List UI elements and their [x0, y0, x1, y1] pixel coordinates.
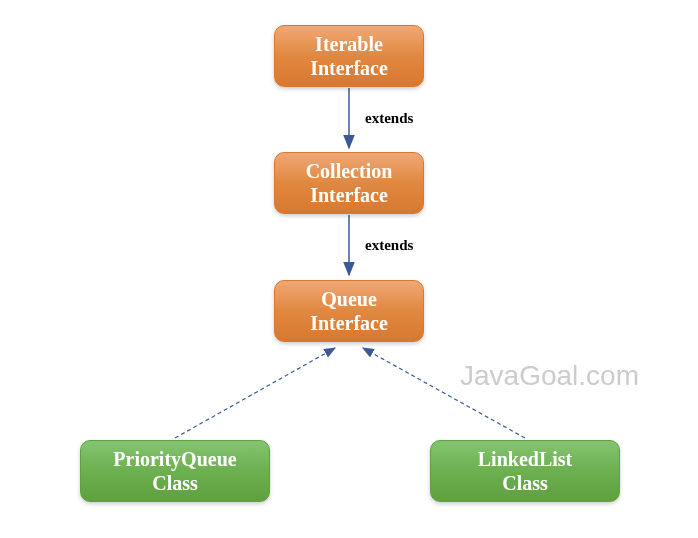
node-label-line2: Interface [310, 311, 388, 335]
node-label-line2: Interface [310, 183, 388, 207]
node-label-line1: Queue [321, 287, 377, 311]
node-label-line2: Class [152, 471, 198, 495]
iterable-interface-node: Iterable Interface [274, 25, 424, 87]
node-label-line1: Collection [306, 159, 393, 183]
edge-label-extends-1: extends [365, 110, 413, 127]
svg-line-3 [175, 348, 335, 438]
watermark-text: JavaGoal.com [460, 360, 639, 392]
node-label-line1: LinkedList [478, 447, 572, 471]
collection-interface-node: Collection Interface [274, 152, 424, 214]
priorityqueue-class-node: PriorityQueue Class [80, 440, 270, 502]
node-label-line2: Class [502, 471, 548, 495]
queue-interface-node: Queue Interface [274, 280, 424, 342]
node-label-line2: Interface [310, 56, 388, 80]
linkedlist-class-node: LinkedList Class [430, 440, 620, 502]
edge-label-extends-2: extends [365, 237, 413, 254]
node-label-line1: PriorityQueue [113, 447, 236, 471]
node-label-line1: Iterable [315, 32, 383, 56]
